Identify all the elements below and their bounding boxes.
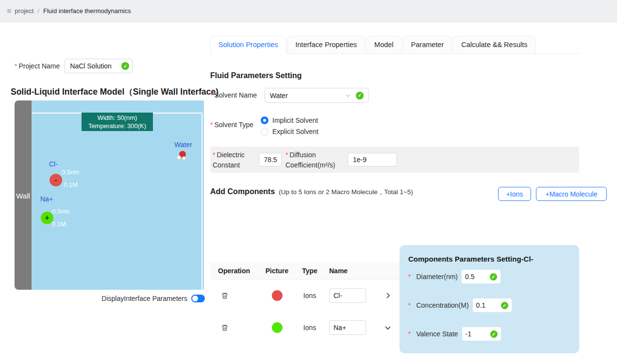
add-components-title: Add Components <box>210 187 275 196</box>
toggle-knob <box>192 296 198 301</box>
row-type: Ions <box>295 292 324 299</box>
radio-selected-icon[interactable] <box>261 116 268 124</box>
solvent-name-label: Solvent Name <box>214 91 257 99</box>
cl-picture-icon <box>272 290 283 301</box>
tab-calculate-results[interactable]: Calculate && Results <box>453 36 535 54</box>
concentration-field-row: *Concentration(M) 0.1 ✓ <box>408 298 579 312</box>
menu-list-icon[interactable]: ≡ <box>7 7 11 16</box>
chevron-down-icon <box>384 324 391 331</box>
components-table: Operation Picture Type Name Ions <box>210 262 400 344</box>
required-marker: * <box>408 301 411 309</box>
diffusion-coefficient-input[interactable] <box>348 153 397 166</box>
radio-implicit-solvent[interactable]: Implicit Solvent <box>261 116 318 124</box>
table-row-cl: Ions <box>210 280 400 312</box>
chevron-down-icon <box>345 93 351 99</box>
na-name-input[interactable] <box>329 320 366 335</box>
display-interface-parameters-toggle[interactable] <box>191 295 205 302</box>
interface-info-box: Width: 50(nm) Temperature: 300(K) <box>82 113 153 131</box>
required-marker: * <box>285 151 288 159</box>
trash-icon <box>221 292 229 300</box>
tab-parameter[interactable]: Parameter <box>403 36 452 54</box>
row-type: Ions <box>295 324 324 331</box>
diameter-label: Diameter(nm) <box>416 273 458 281</box>
table-row-na: Ions <box>210 312 400 344</box>
cl-concentration-text: 0.1M <box>64 181 78 188</box>
diameter-value: 0.5 <box>465 273 490 281</box>
project-name-input-wrap: ✓ <box>65 59 133 73</box>
required-marker: * <box>15 62 17 70</box>
breadcrumb-separator: / <box>37 7 39 15</box>
delete-row-button[interactable] <box>220 291 230 301</box>
valid-check-icon: ✓ <box>501 302 508 309</box>
add-macro-molecule-button[interactable]: +Macro Molecule <box>536 187 607 201</box>
na-picture-icon <box>272 322 283 333</box>
display-interface-parameters-row: DisplayInterface Parameters <box>83 295 205 302</box>
required-marker: * <box>408 330 411 338</box>
breadcrumb-item-current: Fluid interface thermodynamics <box>43 7 131 15</box>
solvent-name-label-row: *Solvent Name <box>210 91 257 99</box>
interface-model-diagram: Wall Width: 50(nm) Temperature: 300(K) W… <box>15 100 204 290</box>
solvent-constants-panel: *Dielectric Constant *Diffusion Coeffici… <box>210 147 579 173</box>
dielectric-constant-input[interactable] <box>259 153 282 166</box>
water-label: Water <box>174 141 192 149</box>
expand-row-button[interactable] <box>383 290 393 301</box>
trash-icon <box>221 324 229 332</box>
valence-label: Valence State <box>416 330 458 338</box>
tab-solution-properties[interactable]: Solution Properties <box>210 36 286 54</box>
header-picture: Picture <box>259 267 295 275</box>
diameter-field-row: *Diameter(nm) 0.5 ✓ <box>408 270 579 283</box>
na-diameter-text: 0.5nm <box>52 208 69 215</box>
concentration-value: 0.1 <box>476 301 501 309</box>
solvent-type-label-row: *Solvent Type <box>210 121 253 129</box>
temperature-info: Temperature: 300(K) <box>82 122 153 130</box>
radio-implicit-solvent-label: Implicit Solvent <box>272 116 318 124</box>
model-section-title: Solid-Liquid Interface Model（Single Wall… <box>11 86 218 98</box>
delete-row-button[interactable] <box>220 323 230 333</box>
radio-unselected-icon[interactable] <box>261 128 268 135</box>
valid-check-icon: ✓ <box>490 331 498 338</box>
tab-interface-properties[interactable]: Interface Properties <box>287 36 366 54</box>
tab-model[interactable]: Model <box>366 36 402 54</box>
required-marker: * <box>210 91 213 99</box>
radio-explicit-solvent[interactable]: Explicit Solvent <box>261 128 318 135</box>
header-name: Name <box>324 267 376 275</box>
project-name-label: Project Name <box>18 62 60 70</box>
project-name-field: * Project Name ✓ <box>15 58 133 74</box>
valid-check-icon: ✓ <box>356 92 364 99</box>
diameter-input[interactable]: 0.5 ✓ <box>462 270 500 283</box>
collapse-row-button[interactable] <box>383 322 393 333</box>
header-operation: Operation <box>210 267 259 275</box>
tab-bar: Solution Properties Interface Properties… <box>210 36 535 54</box>
dielectric-constant-label: *Dielectric Constant <box>213 150 245 170</box>
valence-field-row: *Valence State -1 ✓ <box>408 327 579 341</box>
diffusion-coefficient-label: *Diffusion Coefficient(m²/s) <box>285 150 335 170</box>
components-parameters-title: Components Parameters Setting-Cl- <box>408 255 579 263</box>
chevron-right-icon <box>384 292 391 299</box>
add-ions-button[interactable]: +Ions <box>498 187 531 201</box>
components-table-header: Operation Picture Type Name <box>210 262 400 280</box>
valence-input[interactable]: -1 ✓ <box>462 327 501 341</box>
cl-diameter-text: 0.5nm <box>62 168 79 176</box>
cl-ion-icon: - <box>50 174 62 186</box>
fluid-parameters-title: Fluid Parameters Setting <box>210 71 302 80</box>
na-ion-label: Na+ <box>40 195 53 203</box>
water-molecule-icon <box>177 151 187 161</box>
solvent-name-select[interactable]: Water ✓ <box>265 88 369 103</box>
add-components-header: Add Components (Up to 5 Ions or 2 Macro … <box>210 187 413 197</box>
concentration-input[interactable]: 0.1 ✓ <box>473 298 512 312</box>
cl-ion-label: Cl- <box>49 160 58 168</box>
radio-explicit-solvent-label: Explicit Solvent <box>272 128 318 135</box>
display-interface-parameters-label: DisplayInterface Parameters <box>101 295 187 302</box>
required-marker: * <box>213 151 215 159</box>
breadcrumb-item-project[interactable]: project <box>15 7 33 15</box>
na-concentration-text: 0.1M <box>52 220 66 228</box>
solvent-type-label: Solvent Type <box>214 121 253 129</box>
cl-name-input[interactable] <box>329 288 366 303</box>
add-components-subtitle: (Up to 5 Ions or 2 Macro Molecule，Total … <box>279 188 413 197</box>
width-info: Width: 50(nm) <box>82 114 153 122</box>
simulation-box-border <box>32 113 202 290</box>
valence-value: -1 <box>466 330 490 338</box>
components-parameters-panel: Components Parameters Setting-Cl- *Diame… <box>400 245 579 353</box>
required-marker: * <box>210 121 213 129</box>
breadcrumb: ≡ project / Fluid interface thermodynami… <box>0 0 617 22</box>
